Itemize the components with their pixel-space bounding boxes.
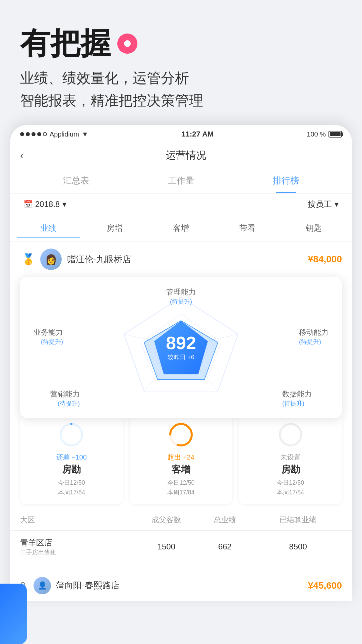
battery-label: 100 % <box>307 130 326 138</box>
filter-by[interactable]: 按员工 ▾ <box>308 199 339 210</box>
th-settled: 已结算业绩 <box>254 515 342 525</box>
th-total: 总业绩 <box>196 515 254 525</box>
radar-card: 管理能力 (待提升) 移动能力 (待提升) 数据能力 (待提升) 营销能力 (待… <box>20 277 342 418</box>
battery-fill <box>330 132 341 136</box>
top-ranking-row[interactable]: 🥇 👩 赠汪伦-九眼桥店 ¥84,000 <box>10 242 352 277</box>
prog-detail-1: 今日12/50 本周17/84 <box>25 478 118 497</box>
prog-status-1: 还差 −100 <box>25 453 118 462</box>
filter-by-value: 按员工 <box>308 199 332 210</box>
bottom-ranking-item[interactable]: 8 👤 蒲向阳-春熙路店 ¥45,600 <box>10 570 352 601</box>
prog-today-1: 今日12/50 <box>25 478 118 488</box>
prog-week-2: 本周17/84 <box>135 488 227 497</box>
nav-bar: ‹ 运营情况 <box>10 143 352 168</box>
sub-tab-client-increase[interactable]: 客增 <box>149 219 213 238</box>
bottom-rank-value: ¥45,600 <box>308 580 342 591</box>
subtitle-line2: 智能报表，精准把控决策管理 <box>20 89 342 112</box>
filter-bar: 📅 2018.8 ▾ 按员工 ▾ <box>10 194 352 215</box>
tab-ranking-label: 排行榜 <box>273 175 299 185</box>
back-button[interactable]: ‹ <box>20 150 23 161</box>
sub-tab-performance[interactable]: 业绩 <box>17 219 80 238</box>
filter-date[interactable]: 📅 2018.8 ▾ <box>23 200 66 209</box>
bottom-rank-name: 蒲向阳-春熙路店 <box>56 580 308 591</box>
title-logo-icon <box>117 34 137 54</box>
prog-label-2: 客增 <box>135 463 227 476</box>
filter-date-value: 2018.8 <box>35 200 60 209</box>
progress-card-unset: 未设置 房勘 今日12/50 本周17/84 <box>239 415 342 504</box>
avatar-img: 👩 <box>40 249 62 270</box>
radar-label-right: 移动能力 (待提升) <box>299 327 328 346</box>
table-row[interactable]: 青羊区店 二手房出售租 1500 662 8500 <box>10 531 352 563</box>
sub-tab-key[interactable]: 钥匙 <box>282 219 345 238</box>
sub-tabs: 业绩 房增 客增 带看 钥匙 <box>10 215 352 242</box>
sub-tab-visit[interactable]: 带看 <box>216 219 279 238</box>
th-clients: 成父客数 <box>137 515 196 525</box>
prog-label-3: 房勘 <box>244 463 337 476</box>
tab-workload[interactable]: 工作量 <box>128 168 233 193</box>
battery-icon <box>328 131 342 138</box>
radar-label-bottom-left: 营销能力 (待提升) <box>50 389 80 408</box>
dot1 <box>20 132 24 136</box>
td-area-sub: 二手房出售租 <box>20 548 137 556</box>
th-area: 大区 <box>20 515 137 525</box>
title-text: 有把握 <box>20 27 111 60</box>
main-tabs: 汇总表 工作量 排行榜 <box>10 168 352 194</box>
score-number: 892 <box>166 334 196 352</box>
tab-ranking[interactable]: 排行榜 <box>234 168 339 193</box>
prog-detail-2: 今日12/50 本周17/84 <box>135 478 227 497</box>
label-mobile: 移动能力 <box>299 327 328 338</box>
svg-point-13 <box>280 424 301 445</box>
status-right: 100 % <box>307 130 342 138</box>
sub-tab-client-label: 客增 <box>173 223 189 232</box>
blue-decoration <box>0 584 27 644</box>
bottom-avatar: 👤 <box>34 577 51 594</box>
label-business-sub: (待提升) <box>34 338 63 346</box>
header-section: 有把握 业绩、绩效量化，运管分析 智能报表，精准把控决策管理 <box>0 0 362 125</box>
app-screen: Applidium ▼ 11:27 AM 100 % ‹ 运营情况 汇总表 工作… <box>10 125 352 601</box>
label-management: 管理能力 <box>166 287 196 298</box>
td-clients-value: 1500 <box>137 542 196 551</box>
radar-label-bottom-right: 数据能力 (待提升) <box>282 389 312 408</box>
prog-label-1: 房勘 <box>25 463 118 476</box>
td-settled-value: 8500 <box>254 542 342 551</box>
progress-circle-1 <box>58 421 85 448</box>
sub-tab-key-label: 钥匙 <box>306 223 322 232</box>
signal-dots <box>20 132 47 136</box>
prog-week-1: 本周17/84 <box>25 488 118 497</box>
sub-tab-house-label: 房增 <box>107 223 123 232</box>
subtitle-line1: 业绩、绩效量化，运管分析 <box>20 67 342 89</box>
prog-status-2: 超出 +24 <box>135 453 227 462</box>
status-bar: Applidium ▼ 11:27 AM 100 % <box>10 125 352 143</box>
score-badge-wrapper: 892 较昨日 +6 <box>154 321 208 374</box>
svg-point-9 <box>61 424 82 445</box>
progress-circle-3 <box>277 421 304 448</box>
chevron-down-icon: ▾ <box>62 200 66 209</box>
tab-summary[interactable]: 汇总表 <box>23 168 128 193</box>
dot4 <box>37 132 41 136</box>
dot5 <box>43 132 47 136</box>
rank-value: ¥84,000 <box>308 254 342 265</box>
dot3 <box>32 132 36 136</box>
carrier-label: Applidium <box>50 130 79 138</box>
status-time: 11:27 AM <box>182 130 214 139</box>
sub-tab-house-increase[interactable]: 房增 <box>83 219 146 238</box>
score-subtitle: 较昨日 +6 <box>168 353 194 361</box>
radar-label-top: 管理能力 (待提升) <box>166 287 196 306</box>
prog-week-3: 本周17/84 <box>244 488 337 497</box>
prog-today-3: 今日12/50 <box>244 478 337 488</box>
phone-mockup: Applidium ▼ 11:27 AM 100 % ‹ 运营情况 汇总表 工作… <box>10 125 352 601</box>
td-area-name: 青羊区店 <box>20 537 137 548</box>
wifi-icon: ▼ <box>82 130 88 138</box>
td-area: 青羊区店 二手房出售租 <box>20 537 137 556</box>
score-badge: 892 较昨日 +6 <box>154 321 208 374</box>
label-business: 业务能力 <box>34 327 63 338</box>
bottom-avatar-img: 👤 <box>34 577 51 594</box>
label-management-sub: (待提升) <box>166 298 196 306</box>
avatar: 👩 <box>40 249 62 270</box>
label-marketing: 营销能力 <box>50 389 80 399</box>
progress-card-client: 超出 +24 客增 今日12/50 本周17/84 <box>130 415 233 504</box>
rank-badge: 🥇 <box>20 251 37 268</box>
sub-tab-performance-label: 业绩 <box>40 223 56 232</box>
calendar-icon: 📅 <box>23 200 33 209</box>
sub-tab-visit-label: 带看 <box>239 223 255 232</box>
tab-summary-label: 汇总表 <box>63 175 89 185</box>
